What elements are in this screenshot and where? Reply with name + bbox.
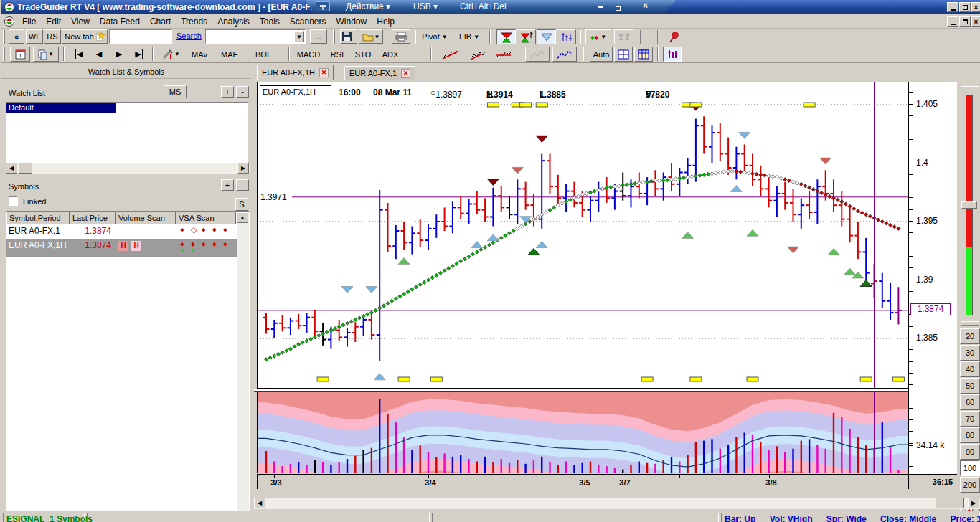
toolbar-grip[interactable]	[333, 30, 335, 44]
symbols-vscrollbar[interactable]: ▲ ▼	[237, 212, 249, 522]
tab-close-icon[interactable]: ✕	[401, 69, 410, 78]
vm-restore-button[interactable]	[616, 3, 621, 13]
bars-visible-button-30[interactable]: 30	[960, 345, 980, 361]
mdi-close-button[interactable]: ×	[971, 16, 980, 27]
chart-tab-2[interactable]: EUR A0-FX,1✕	[344, 66, 415, 80]
trend-flat-button[interactable]	[492, 47, 515, 62]
toolbar-grip[interactable]	[656, 30, 658, 44]
menu-item-tools[interactable]: Tools	[255, 14, 285, 27]
vm-action-menu[interactable]: Действие ▾	[346, 1, 390, 11]
watchlist-hscrollbar[interactable]: ◀ ▶	[6, 163, 250, 174]
menu-item-window[interactable]: Window	[331, 14, 372, 27]
adx-button[interactable]: ADX	[377, 47, 403, 62]
search-link[interactable]: Search	[176, 32, 202, 40]
symbol-row[interactable]: EUR A0-FX,11.3874♦◇♦♦♦	[6, 224, 237, 239]
watch-list-button[interactable]: WL	[26, 29, 43, 44]
menu-item-scanners[interactable]: Scanners	[285, 14, 331, 27]
bars-visible-button-100[interactable]: 100	[960, 460, 980, 476]
scroll-left-icon[interactable]: ◀	[6, 163, 17, 174]
scroll-right-icon[interactable]: ▶	[237, 163, 249, 174]
column-header-3[interactable]: Volume Scan	[116, 212, 176, 224]
chart-hscrollbar[interactable]: ◀ ▶	[254, 498, 980, 509]
toolbar-grip[interactable]	[3, 30, 5, 44]
menu-item-view[interactable]: View	[66, 14, 95, 27]
no-demand-toggle-button[interactable]	[537, 29, 556, 44]
column-header-2[interactable]: Last Price	[70, 212, 116, 224]
bol-button[interactable]: BOL	[248, 47, 278, 62]
close-button[interactable]: ×	[971, 2, 980, 12]
scrollbar-thumb[interactable]	[18, 163, 32, 174]
sell-signal-flag-button[interactable]	[517, 29, 536, 44]
go-button[interactable]: →	[310, 29, 327, 44]
vm-usb-menu[interactable]: USB ▾	[413, 1, 438, 11]
symbol-combobox[interactable]: ▼	[205, 29, 306, 44]
print-button[interactable]	[392, 29, 410, 44]
step-last-button[interactable]: ▶	[131, 47, 148, 62]
minimize-button[interactable]	[947, 2, 958, 12]
trend-channel-button[interactable]	[466, 47, 489, 62]
mdi-minimize-button[interactable]	[947, 16, 958, 27]
volume-histogram-button[interactable]	[663, 47, 682, 62]
step-first-button[interactable]: ◀	[70, 47, 88, 62]
menu-item-chart[interactable]: Chart	[145, 14, 176, 27]
collapse-panel-button[interactable]: «	[9, 29, 24, 44]
signals-disabled-button[interactable]	[614, 29, 633, 44]
rsi-button[interactable]: RSI	[326, 47, 349, 62]
mav-button[interactable]: MAv	[187, 47, 212, 62]
column-header-1[interactable]: Symbol,Period	[6, 212, 70, 224]
ms-button[interactable]: MS	[164, 85, 187, 98]
watch-list-item[interactable]: Default	[6, 103, 116, 113]
s-button[interactable]: S	[235, 198, 248, 211]
grid-filled-layout-button[interactable]	[634, 47, 653, 62]
vm-close-button[interactable]: ×	[643, 1, 648, 11]
restore-button[interactable]	[959, 2, 971, 12]
scan-disabled-button[interactable]	[525, 47, 550, 62]
bars-visible-button-50[interactable]: 50	[960, 378, 980, 394]
symbols-add-button[interactable]: +	[221, 179, 234, 191]
scroll-up-icon[interactable]: ▲	[237, 212, 248, 223]
trend-line-button[interactable]	[439, 47, 462, 62]
trackbar-handle[interactable]	[961, 201, 977, 209]
symbol-row[interactable]: EUR A0-FX,1H1.3874HH♦♦♦♦♦▲▲	[6, 239, 237, 257]
bars-visible-button-200[interactable]: 200	[960, 477, 980, 493]
watchlist-remove-button[interactable]: -	[236, 86, 249, 98]
diamond-signals-button[interactable]: ♦♦ ▼	[585, 29, 611, 44]
pin-toolbar-button[interactable]	[664, 29, 683, 44]
menu-item-analysis[interactable]: Analysis	[212, 14, 255, 27]
calendar-button[interactable]: 1	[10, 47, 30, 62]
save-button[interactable]	[340, 29, 357, 44]
new-tab-button[interactable]: New tab	[62, 29, 108, 44]
tab-close-icon[interactable]: ✕	[319, 68, 329, 77]
price-chart[interactable]: 1.3971	[257, 82, 908, 389]
bars-visible-button-20[interactable]: 20	[960, 328, 980, 344]
mdi-restore-button[interactable]	[959, 16, 971, 27]
watchlist-add-button[interactable]: +	[221, 86, 234, 98]
vm-ctrl-alt-del-button[interactable]: Ctrl+Alt+Del	[460, 1, 507, 11]
menu-item-trends[interactable]: Trends	[176, 14, 212, 27]
indicator-settings-button[interactable]: ▼	[158, 47, 184, 62]
open-button[interactable]: ▼	[359, 29, 383, 44]
chart-tab-1[interactable]: EUR A0-FX,1H✕	[257, 65, 334, 80]
volume-chart[interactable]	[257, 392, 908, 473]
search-input[interactable]	[109, 29, 172, 44]
app-menu-icon[interactable]	[4, 16, 14, 27]
watch-list-box[interactable]: Default	[6, 102, 248, 163]
scroll-right-icon[interactable]: ▶	[968, 498, 979, 508]
bars-visible-button-60[interactable]: 60	[960, 394, 980, 410]
grid-layout-button[interactable]	[614, 47, 633, 62]
sto-button[interactable]: STO	[352, 47, 374, 62]
menu-item-edit[interactable]: Edit	[41, 14, 66, 27]
chart-symbol-box[interactable]: EUR A0-FX,1H	[260, 85, 331, 98]
rs-button[interactable]: RS	[44, 29, 61, 44]
symbols-remove-button[interactable]: -	[236, 179, 249, 191]
histogram-button[interactable]	[557, 29, 576, 44]
copy-button[interactable]: ▼	[33, 47, 59, 62]
price-axis[interactable]: 1.4051.41.3951.391.3851.387434.14 k	[908, 82, 957, 474]
menu-item-data-feed[interactable]: Data Feed	[95, 14, 145, 27]
symbols-table[interactable]: Symbol,PeriodLast PriceVolume ScanVSA Sc…	[6, 211, 250, 522]
column-header-4[interactable]: VSA Scan	[176, 212, 236, 224]
fib-menu-button[interactable]: FIB ▼	[455, 29, 484, 44]
pivot-menu-button[interactable]: Pivot ▼	[419, 29, 451, 44]
bars-visible-button-70[interactable]: 70	[960, 411, 980, 427]
bars-visible-button-90[interactable]: 90	[960, 444, 980, 460]
